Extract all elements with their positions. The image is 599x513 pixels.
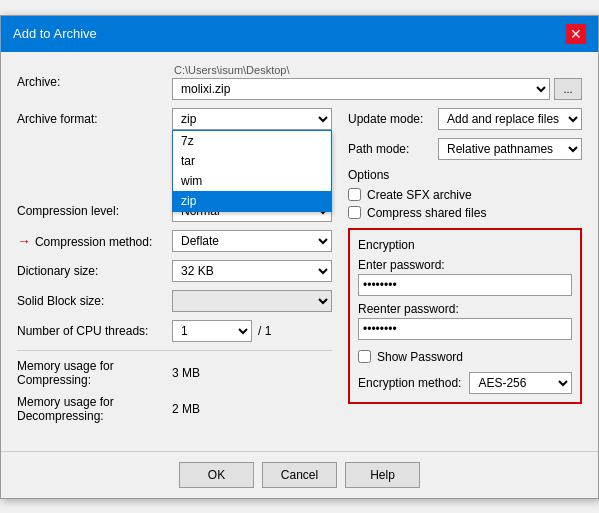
help-button[interactable]: Help: [345, 462, 420, 488]
archive-path: C:\Users\isum\Desktop\: [172, 64, 582, 76]
encryption-method-select[interactable]: AES-256: [469, 372, 572, 394]
add-to-archive-dialog: Add to Archive ✕ Archive: C:\Users\isum\…: [0, 15, 599, 499]
cpu-threads-row: Number of CPU threads: 1 / 1: [17, 320, 332, 342]
format-option-wim[interactable]: wim: [173, 171, 331, 191]
memory-decompress-row: Memory usage for Decompressing: 2 MB: [17, 395, 332, 423]
dialog-body: Archive: C:\Users\isum\Desktop\ molixi.z…: [1, 52, 598, 443]
cancel-button[interactable]: Cancel: [262, 462, 337, 488]
update-mode-select[interactable]: Add and replace files: [438, 108, 582, 130]
archive-format-select[interactable]: zip: [172, 108, 332, 130]
compression-method-select[interactable]: Deflate: [172, 230, 332, 252]
format-option-tar[interactable]: tar: [173, 151, 331, 171]
archive-format-label: Archive format:: [17, 112, 172, 126]
memory-compress-row: Memory usage for Compressing: 3 MB: [17, 359, 332, 387]
create-sfx-checkbox[interactable]: [348, 188, 361, 201]
memory-decompress-label: Memory usage for Decompressing:: [17, 395, 172, 423]
dictionary-size-label: Dictionary size:: [17, 264, 172, 278]
show-password-label: Show Password: [377, 350, 463, 364]
archive-format-container: zip 7z tar wim zip: [172, 108, 332, 130]
format-option-zip[interactable]: zip: [173, 191, 331, 211]
method-arrow: →: [17, 233, 35, 249]
compression-method-label: → Compression method:: [17, 233, 172, 249]
memory-compress-label: Memory usage for Compressing:: [17, 359, 172, 387]
compress-shared-row: Compress shared files: [348, 206, 582, 220]
dialog-title: Add to Archive: [13, 26, 97, 41]
encryption-method-label: Encryption method:: [358, 376, 461, 390]
ok-button[interactable]: OK: [179, 462, 254, 488]
options-section: Options Create SFX archive Compress shar…: [348, 168, 582, 220]
reenter-password-input[interactable]: [358, 318, 572, 340]
archive-filename-select[interactable]: molixi.zip: [172, 78, 550, 100]
encryption-method-row: Encryption method: AES-256: [358, 372, 572, 394]
update-mode-label: Update mode:: [348, 112, 438, 126]
path-mode-row: Path mode: Relative pathnames: [348, 138, 582, 160]
archive-format-dropdown[interactable]: 7z tar wim zip: [172, 130, 332, 212]
archive-format-row: Archive format: zip 7z tar wim zip: [17, 108, 332, 130]
cpu-threads-label: Number of CPU threads:: [17, 324, 172, 338]
right-panel: Update mode: Add and replace files Path …: [348, 108, 582, 431]
dictionary-size-row: Dictionary size: 32 KB: [17, 260, 332, 282]
enter-password-label: Enter password:: [358, 258, 572, 272]
path-mode-select[interactable]: Relative pathnames: [438, 138, 582, 160]
memory-decompress-value: 2 MB: [172, 402, 200, 416]
path-mode-label: Path mode:: [348, 142, 438, 156]
dictionary-size-select[interactable]: 32 KB: [172, 260, 332, 282]
solid-block-label: Solid Block size:: [17, 294, 172, 308]
compress-shared-checkbox[interactable]: [348, 206, 361, 219]
memory-compress-value: 3 MB: [172, 366, 200, 380]
archive-label: Archive:: [17, 75, 172, 89]
show-password-row: Show Password: [358, 350, 572, 364]
create-sfx-label: Create SFX archive: [367, 188, 472, 202]
compression-level-label: Compression level:: [17, 204, 172, 218]
options-title: Options: [348, 168, 582, 182]
cpu-threads-select[interactable]: 1: [172, 320, 252, 342]
show-password-checkbox[interactable]: [358, 350, 371, 363]
title-bar: Add to Archive ✕: [1, 16, 598, 52]
close-button[interactable]: ✕: [566, 24, 586, 44]
divider-1: [17, 350, 332, 351]
main-content: Archive format: zip 7z tar wim zip: [17, 108, 582, 431]
reenter-password-label: Reenter password:: [358, 302, 572, 316]
solid-block-select[interactable]: [172, 290, 332, 312]
create-sfx-row: Create SFX archive: [348, 188, 582, 202]
format-option-7z[interactable]: 7z: [173, 131, 331, 151]
archive-browse-button[interactable]: ...: [554, 78, 582, 100]
enter-password-input[interactable]: [358, 274, 572, 296]
cpu-threads-of: / 1: [258, 324, 271, 338]
archive-row: Archive: C:\Users\isum\Desktop\ molixi.z…: [17, 64, 582, 100]
update-mode-row: Update mode: Add and replace files: [348, 108, 582, 130]
compress-shared-label: Compress shared files: [367, 206, 486, 220]
button-bar: OK Cancel Help: [1, 451, 598, 498]
solid-block-row: Solid Block size:: [17, 290, 332, 312]
left-panel: Archive format: zip 7z tar wim zip: [17, 108, 332, 431]
encryption-section: Encryption Enter password: Reenter passw…: [348, 228, 582, 404]
compression-method-row: → Compression method: Deflate: [17, 230, 332, 252]
encryption-title: Encryption: [358, 238, 572, 252]
